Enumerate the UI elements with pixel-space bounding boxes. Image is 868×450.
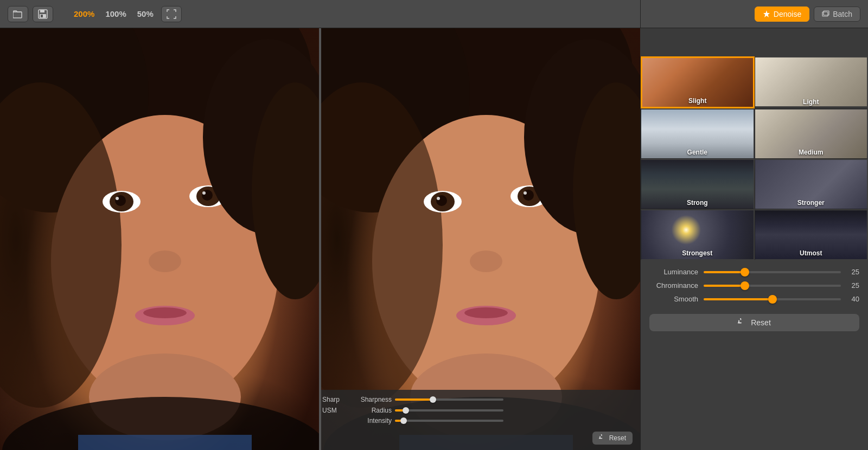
svg-point-33 [436,195,447,206]
fit-button[interactable] [161,6,182,22]
preset-strongest[interactable]: Strongest [641,209,755,260]
sharpness-control-row: ✓ Sharp Sharpness [319,395,633,404]
image-panels: ✓ Sharp Sharpness [0,28,640,450]
smooth-slider[interactable] [704,298,841,300]
chrominance-row: Chrominance 25 [649,281,859,290]
svg-rect-26 [78,435,252,450]
svg-point-34 [437,197,440,200]
usm-check-icon: ✓ [319,406,320,415]
preset-utmost[interactable]: Utmost [755,209,869,260]
original-image [0,28,319,450]
preset-medium[interactable]: Medium [755,108,869,159]
chrominance-slider[interactable] [704,285,841,287]
preset-slight[interactable]: Slight [641,56,755,108]
preset-light[interactable]: Light [755,56,869,108]
preset-stronger[interactable]: Stronger [755,159,869,209]
preset-strong[interactable]: Strong [641,159,755,209]
bottom-controls-panel: ✓ Sharp Sharpness [319,390,640,450]
svg-point-17 [202,190,213,201]
zoom-200-button[interactable]: 200% [71,7,98,21]
usm-checkbox[interactable]: ✓ USM [319,406,349,415]
intensity-control-row: Intensity [319,417,633,425]
svg-point-13 [115,195,126,206]
zoom-100-button[interactable]: 100% [102,7,129,21]
smooth-row: Smooth 40 [649,295,859,303]
luminance-slider[interactable] [704,271,841,273]
svg-point-18 [202,191,206,195]
batch-tab-button[interactable]: Batch [814,7,860,22]
svg-point-37 [523,190,534,201]
svg-rect-2 [40,10,44,12]
main-content: ✓ Sharp Sharpness [0,28,868,450]
right-reset-button[interactable]: Reset [649,314,859,331]
bottom-reset-button[interactable]: Reset [592,432,633,445]
svg-rect-0 [13,12,22,18]
denoised-image [321,28,640,450]
open-button[interactable] [8,6,28,22]
radius-slider[interactable] [395,409,503,412]
right-image-panel[interactable]: ✓ Sharp Sharpness [319,28,640,450]
denoise-tab-button[interactable]: Denoise [755,7,809,22]
sliders-section: Luminance 25 Chrominance 25 Smooth [641,260,868,308]
svg-point-41 [464,307,508,318]
presets-grid: Slight Light Gentle Medium Strong [641,56,868,260]
save-button[interactable] [33,6,53,22]
intensity-slider[interactable] [395,420,503,422]
svg-point-38 [524,191,527,195]
svg-point-39 [470,250,502,272]
luminance-row: Luminance 25 [649,268,859,276]
svg-point-21 [143,307,187,318]
zoom-50-button[interactable]: 50% [134,7,157,21]
right-panel-header: Denoise Batch [640,0,868,28]
svg-point-14 [116,197,119,200]
usm-control-row: ✓ USM Radius [319,406,633,415]
sharpness-check-icon: ✓ [319,395,320,404]
svg-rect-4 [41,15,43,17]
sharpness-checkbox[interactable]: ✓ Sharp [319,395,349,404]
right-panel: Slight Light Gentle Medium Strong [640,56,868,450]
sharpness-slider[interactable] [395,398,503,401]
svg-point-19 [149,250,181,272]
image-area: ✓ Sharp Sharpness [0,28,640,450]
preset-gentle[interactable]: Gentle [641,108,755,159]
left-image-panel[interactable] [0,28,319,450]
